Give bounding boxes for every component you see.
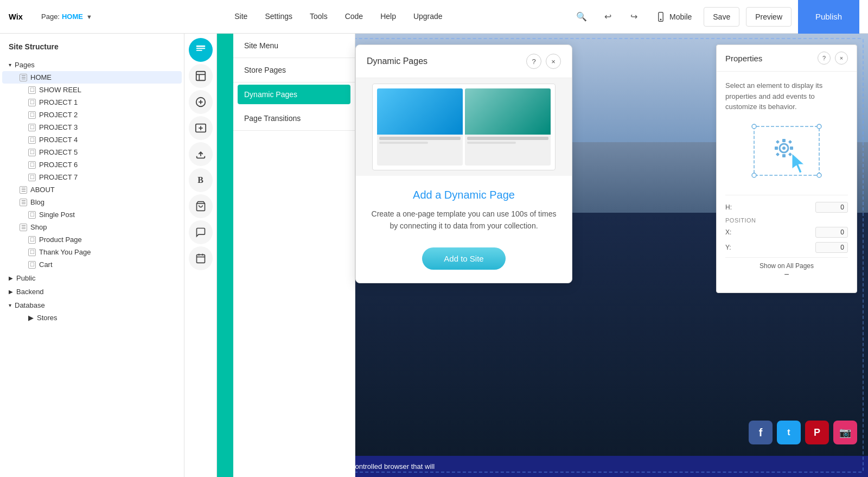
page-selector[interactable]: Page: HOME ▼ [41,12,92,21]
x-label: X: [725,228,731,236]
show-all-label: Show on All Pages [760,262,814,270]
sidebar-item-about[interactable]: ☰ ABOUT [2,183,182,196]
teal-strip [217,34,233,477]
show-all-minus-icon[interactable]: − [730,270,844,279]
product-page-icon: ☐ [28,236,36,244]
nav-upgrade[interactable]: Upgrade [405,0,451,34]
modal-body-title: Add a Dynamic Page [367,189,561,201]
sidebar-item-single-post[interactable]: ☐ Single Post [2,208,182,221]
shop-icon-button[interactable] [189,194,213,218]
pages-button[interactable] [189,38,213,62]
about-label: ABOUT [30,186,55,194]
sidebar-item-home[interactable]: ☰ HOME [2,71,182,84]
sidebar-item-project1[interactable]: ☐ PROJECT 1 [2,96,182,109]
chat-button[interactable] [189,220,213,244]
undo-button[interactable]: ↩ [598,7,617,27]
add-button[interactable] [189,90,213,114]
show-all-pages[interactable]: Show on All Pages − [725,257,848,284]
nav-code[interactable]: Code [336,0,372,34]
sidebar-item-shop[interactable]: ☰ Shop [2,221,182,233]
database-group-label[interactable]: ▾ Database [0,298,184,311]
svg-rect-30 [790,147,793,150]
sidebar-item-project5[interactable]: ☐ PROJECT 5 [2,146,182,158]
modal-help-button[interactable]: ? [526,54,541,69]
sidebar-item-project4[interactable]: ☐ PROJECT 4 [2,133,182,146]
pages-section-label: Pages [15,61,35,69]
menu-item-store[interactable]: Store Pages [233,58,355,82]
properties-panel: Properties ? × Select an element to disp… [716,44,857,293]
sidebar-item-project6[interactable]: ☐ PROJECT 6 [2,158,182,171]
sidebar-item-blog[interactable]: ☰ Blog [2,196,182,208]
svg-rect-4 [196,48,205,49]
project3-label: PROJECT 3 [39,123,78,131]
y-field-row: Y: 0 [725,242,848,253]
pages-group-label[interactable]: ▾ Pages [0,58,184,71]
project5-icon: ☐ [28,149,36,156]
single-post-icon: ☐ [28,211,36,219]
project2-icon: ☐ [28,111,36,119]
sidebar-item-project3[interactable]: ☐ PROJECT 3 [2,121,182,133]
nav-settings[interactable]: Settings [256,0,301,34]
sidebar-item-cart[interactable]: ☐ Cart [2,258,182,271]
properties-header-icons: ? × [818,52,848,65]
blog-button[interactable]: B [189,168,213,192]
sidebar-item-project7[interactable]: ☐ PROJECT 7 [2,171,182,183]
svg-rect-6 [196,72,205,81]
modal-header-icons: ? × [526,54,561,69]
project7-label: PROJECT 7 [39,173,78,181]
nav-help[interactable]: Help [372,0,405,34]
search-button[interactable]: 🔍 [572,7,591,27]
properties-close-button[interactable]: × [835,52,848,65]
add-to-site-button[interactable]: Add to Site [422,247,505,270]
calendar-button[interactable] [189,246,213,270]
svg-point-22 [817,124,821,129]
project1-icon: ☐ [28,99,36,106]
mobile-toggle[interactable]: Mobile [650,11,697,22]
menu-item-dynamic[interactable]: Dynamic Pages [238,85,350,104]
public-label: Public [16,274,35,282]
svg-rect-29 [775,147,778,150]
svg-rect-32 [788,139,792,143]
sidebar-item-project2[interactable]: ☐ PROJECT 2 [2,109,182,121]
backend-chevron: ▶ [9,289,13,295]
sidebar-item-thank-you[interactable]: ☐ Thank You Page [2,246,182,258]
svg-point-21 [752,124,756,129]
backend-group-label[interactable]: ▶ Backend [0,284,184,298]
nav-tools[interactable]: Tools [301,0,336,34]
menu-item-transitions[interactable]: Page Transitions [233,106,355,131]
y-value[interactable]: 0 [815,242,848,253]
add-section-button[interactable] [189,116,213,140]
nav-site[interactable]: Site [226,0,256,34]
blog-icon: ☰ [20,199,27,206]
preview-card-1 [377,88,463,166]
redo-button[interactable]: ↪ [624,7,643,27]
publish-button[interactable]: Publish [798,0,859,34]
sidebar-item-show-reel[interactable]: ☐ SHOW REEL [2,84,182,96]
modal-close-button[interactable]: × [546,54,561,69]
mobile-label: Mobile [669,12,692,21]
svg-point-26 [782,147,786,150]
modal-header: Dynamic Pages ? × [356,45,572,78]
upload-button[interactable] [189,142,213,166]
modal-body-desc: Create a one-page template you can use 1… [367,208,561,232]
h-value[interactable]: 0 [815,202,848,213]
home-icon: ☰ [20,74,27,81]
topbar: Wix Page: HOME ▼ Site Settings Tools Cod… [0,0,868,34]
product-page-label: Product Page [39,236,82,244]
h-field-row: H: 0 [725,202,848,213]
public-group-label[interactable]: ▶ Public [0,271,184,284]
svg-rect-16 [196,255,205,263]
x-value[interactable]: 0 [815,227,848,238]
canvas-area[interactable]: more f t P 📷 The creator of Firefox is m… [217,34,868,477]
sidebar-item-product-page[interactable]: ☐ Product Page [2,233,182,246]
svg-rect-3 [196,46,205,47]
menu-item-site[interactable]: Site Menu [233,34,355,58]
site-menu-overlay: Site Menu Store Pages Dynamic Pages Page… [217,34,355,477]
save-button[interactable]: Save [704,7,739,27]
svg-text:Wix: Wix [9,12,23,21]
sidebar-item-stores[interactable]: ▶ Stores [2,311,182,324]
properties-help-button[interactable]: ? [818,52,831,65]
preview-button[interactable]: Preview [746,7,792,27]
properties-illustration [725,121,848,186]
layout-button[interactable] [189,64,213,88]
